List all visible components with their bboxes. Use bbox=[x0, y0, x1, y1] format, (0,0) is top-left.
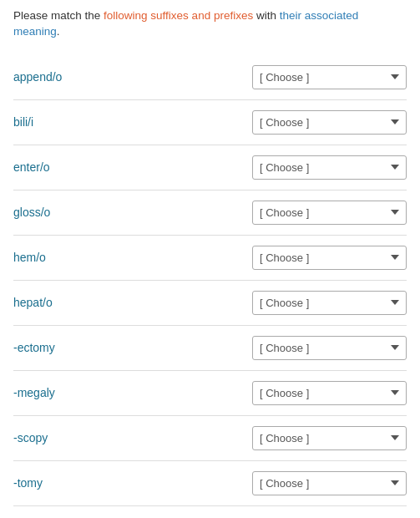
instructions-part2: with bbox=[253, 9, 280, 22]
instructions-text: Please match the following suffixes and … bbox=[13, 8, 407, 40]
table-row: -ectomy[ Choose ]appendixbileintestineto… bbox=[13, 326, 407, 371]
choose-dropdown-tomy[interactable]: [ Choose ]appendixbileintestinetongueblo… bbox=[252, 471, 407, 495]
term-label: -tomy bbox=[13, 476, 122, 490]
table-row: hepat/o[ Choose ]appendixbileintestineto… bbox=[13, 281, 407, 326]
choose-dropdown-hepat-o[interactable]: [ Choose ]appendixbileintestinetongueblo… bbox=[252, 291, 407, 315]
term-label: hepat/o bbox=[13, 296, 122, 309]
term-label: enter/o bbox=[13, 160, 122, 174]
term-label: append/o bbox=[13, 70, 122, 84]
choose-dropdown-hem-o[interactable]: [ Choose ]appendixbileintestinetongueblo… bbox=[252, 246, 407, 270]
choose-dropdown-append-o[interactable]: [ Choose ]appendixbileintestinetongueblo… bbox=[252, 65, 407, 89]
matching-rows-container: append/o[ Choose ]appendixbileintestinet… bbox=[13, 55, 407, 506]
choose-dropdown-megaly[interactable]: [ Choose ]appendixbileintestinetongueblo… bbox=[252, 381, 407, 405]
choose-dropdown-bili-i[interactable]: [ Choose ]appendixbileintestinetongueblo… bbox=[252, 110, 407, 135]
instructions-part3: . bbox=[57, 25, 60, 38]
table-row: -tomy[ Choose ]appendixbileintestinetong… bbox=[13, 461, 407, 506]
table-row: -megaly[ Choose ]appendixbileintestineto… bbox=[13, 371, 407, 416]
choose-dropdown-ectomy[interactable]: [ Choose ]appendixbileintestinetongueblo… bbox=[252, 336, 407, 360]
term-label: bili/i bbox=[13, 115, 122, 129]
table-row: hem/o[ Choose ]appendixbileintestinetong… bbox=[13, 236, 407, 281]
term-label: -ectomy bbox=[13, 341, 122, 354]
term-label: hem/o bbox=[13, 251, 122, 264]
term-label: -megaly bbox=[13, 386, 122, 399]
instructions-highlight1: following suffixes and prefixes bbox=[104, 9, 253, 22]
table-row: append/o[ Choose ]appendixbileintestinet… bbox=[13, 55, 407, 100]
choose-dropdown-scopy[interactable]: [ Choose ]appendixbileintestinetongueblo… bbox=[252, 426, 407, 450]
table-row: enter/o[ Choose ]appendixbileintestineto… bbox=[13, 145, 407, 190]
table-row: gloss/o[ Choose ]appendixbileintestineto… bbox=[13, 190, 407, 236]
instructions-part1: Please match the bbox=[13, 9, 104, 22]
choose-dropdown-gloss-o[interactable]: [ Choose ]appendixbileintestinetongueblo… bbox=[252, 201, 407, 225]
choose-dropdown-enter-o[interactable]: [ Choose ]appendixbileintestinetongueblo… bbox=[252, 155, 407, 180]
term-label: gloss/o bbox=[13, 206, 122, 219]
term-label: -scopy bbox=[13, 431, 122, 444]
table-row: -scopy[ Choose ]appendixbileintestineton… bbox=[13, 416, 407, 461]
table-row: bili/i[ Choose ]appendixbileintestineton… bbox=[13, 100, 407, 145]
